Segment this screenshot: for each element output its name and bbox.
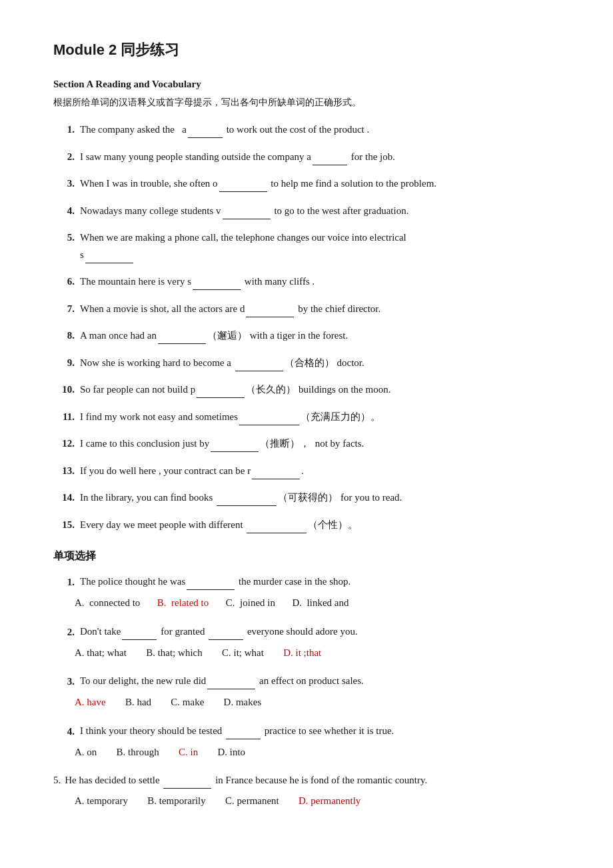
vocab-item-14: 14. In the library, you can find books （… — [53, 489, 560, 507]
vocab-item-1: 1. The company asked the a to work out t… — [53, 121, 560, 139]
vocab-item-6: 6. The mountain here is very s with many… — [53, 273, 560, 291]
vocab-item-15: 15. Every day we meet people with differ… — [53, 516, 560, 534]
main-title: Module 2 同步练习 — [53, 40, 560, 60]
section-a-title: Section A Reading and Vocabulary — [53, 79, 560, 90]
vocab-item-2: 2. I saw many young people standing outs… — [53, 148, 560, 166]
vocab-item-8: 8. A man once had an（邂逅） with a tiger in… — [53, 327, 560, 345]
vocab-item-10: 10. So far people can not build p（长久的） b… — [53, 381, 560, 399]
vocab-item-13: 13. If you do well here , your contract … — [53, 462, 560, 480]
vocab-item-12: 12. I came to this conclusion just by（推断… — [53, 435, 560, 453]
mc-item-1: 1. The police thought he was the murder … — [53, 573, 560, 612]
section-mc-header: 单项选择 — [53, 549, 560, 563]
vocab-item-4: 4. Nowadays many college students v to g… — [53, 202, 560, 220]
vocab-item-5: 5. When we are making a phone call, the … — [53, 229, 560, 263]
section-a-instruction: 根据所给单词的汉语释义或首字母提示，写出各句中所缺单词的正确形式。 — [53, 97, 560, 109]
vocab-item-3: 3. When I was in trouble, she often o to… — [53, 175, 560, 193]
mc-item-3: 3. To our delight, the new rule did an e… — [53, 672, 560, 711]
mc-item-5: 5. He has decided to settle in France be… — [53, 771, 560, 810]
vocab-item-7: 7. When a movie is shot, all the actors … — [53, 300, 560, 318]
vocab-item-11: 11. I find my work not easy and sometime… — [53, 408, 560, 426]
vocab-exercise-list: 1. The company asked the a to work out t… — [53, 121, 560, 533]
mc-item-4: 4. I think your theory should be tested … — [53, 722, 560, 761]
vocab-item-9: 9. Now she is working hard to become a （… — [53, 354, 560, 372]
mc-item-2: 2. Don't take for granted everyone shoul… — [53, 623, 560, 662]
